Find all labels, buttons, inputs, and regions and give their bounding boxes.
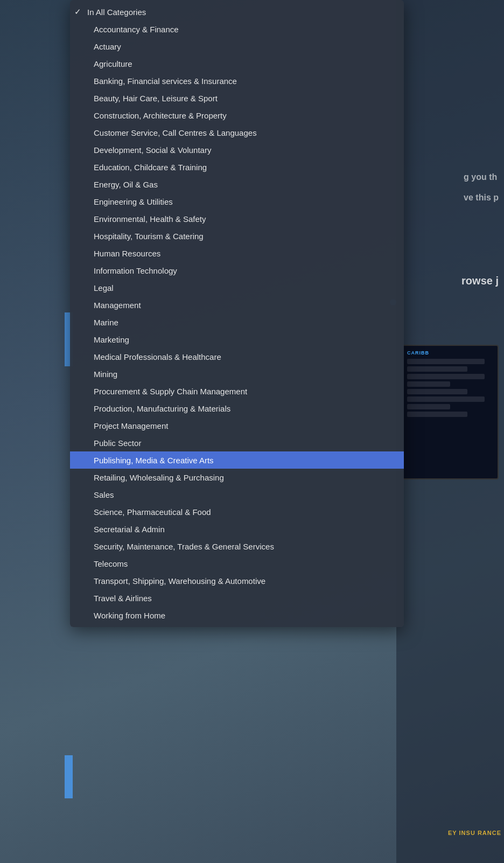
menu-item-public-sector[interactable]: Public Sector: [70, 434, 404, 451]
menu-item-label-development: Development, Social & Voluntary: [94, 145, 393, 155]
menu-item-label-working-from-home: Working from Home: [94, 611, 393, 620]
laptop-row-4: [407, 381, 450, 387]
menu-item-label-production: Production, Manufacturing & Materials: [94, 404, 393, 413]
menu-item-marine[interactable]: Marine: [70, 314, 404, 331]
menu-item-label-security: Security, Maintenance, Trades & General …: [94, 542, 393, 551]
checkmark-icon: ✓: [74, 7, 83, 17]
laptop-row-1: [407, 359, 485, 364]
menu-item-in-all-categories[interactable]: ✓In All Categories: [70, 3, 404, 20]
insurance-text: EY INSU RANCE: [448, 830, 501, 836]
menu-item-label-project-management: Project Management: [94, 421, 393, 430]
menu-item-label-human-resources: Human Resources: [94, 249, 393, 258]
menu-item-construction[interactable]: Construction, Architecture & Property: [70, 107, 404, 124]
menu-item-label-telecoms: Telecoms: [94, 559, 393, 568]
menu-item-label-actuary: Actuary: [94, 42, 393, 51]
menu-item-project-management[interactable]: Project Management: [70, 417, 404, 434]
menu-item-hospitality[interactable]: Hospitality, Tourism & Catering: [70, 227, 404, 245]
menu-item-development[interactable]: Development, Social & Voluntary: [70, 141, 404, 158]
menu-item-label-customer-service: Customer Service, Call Centres & Languag…: [94, 128, 393, 137]
menu-item-label-management: Management: [94, 301, 393, 310]
menu-item-label-banking: Banking, Financial services & Insurance: [94, 76, 393, 86]
laptop-row-6: [407, 396, 485, 402]
menu-item-label-environmental: Environmental, Health & Safety: [94, 214, 393, 224]
laptop-brand: CARIBB: [407, 350, 493, 356]
menu-item-production[interactable]: Production, Manufacturing & Materials: [70, 400, 404, 417]
laptop-row-3: [407, 374, 485, 379]
menu-item-procurement[interactable]: Procurement & Supply Chain Management: [70, 382, 404, 400]
menu-item-information-technology[interactable]: Information Technology: [70, 262, 404, 279]
menu-item-agriculture[interactable]: Agriculture: [70, 55, 404, 72]
menu-item-label-retailing: Retailing, Wholesaling & Purchasing: [94, 473, 393, 482]
menu-item-security[interactable]: Security, Maintenance, Trades & General …: [70, 538, 404, 555]
menu-item-label-public-sector: Public Sector: [94, 439, 393, 448]
menu-item-label-accountancy-finance: Accountancy & Finance: [94, 25, 393, 34]
menu-item-management[interactable]: Management: [70, 296, 404, 314]
menu-item-legal[interactable]: Legal: [70, 279, 404, 296]
menu-item-sales[interactable]: Sales: [70, 486, 404, 503]
menu-item-environmental[interactable]: Environmental, Health & Safety: [70, 210, 404, 227]
browse-text: rowse j: [461, 275, 499, 287]
menu-item-energy[interactable]: Energy, Oil & Gas: [70, 176, 404, 193]
menu-item-beauty[interactable]: Beauty, Hair Care, Leisure & Sport: [70, 89, 404, 107]
menu-item-label-medical: Medical Professionals & Healthcare: [94, 352, 393, 361]
menu-item-travel[interactable]: Travel & Airlines: [70, 589, 404, 607]
menu-item-label-legal: Legal: [94, 283, 393, 293]
menu-item-education[interactable]: Education, Childcare & Training: [70, 158, 404, 176]
laptop-row-7: [407, 404, 450, 409]
menu-item-label-mining: Mining: [94, 370, 393, 379]
menu-item-label-hospitality: Hospitality, Tourism & Catering: [94, 232, 393, 241]
menu-item-secretarial[interactable]: Secretarial & Admin: [70, 520, 404, 538]
menu-item-label-transport: Transport, Shipping, Warehousing & Autom…: [94, 576, 393, 586]
menu-item-banking[interactable]: Banking, Financial services & Insurance: [70, 72, 404, 89]
menu-item-telecoms[interactable]: Telecoms: [70, 555, 404, 572]
menu-item-label-education: Education, Childcare & Training: [94, 163, 393, 172]
menu-item-mining[interactable]: Mining: [70, 365, 404, 382]
menu-item-accountancy-finance[interactable]: Accountancy & Finance: [70, 20, 404, 38]
menu-item-label-in-all-categories: In All Categories: [87, 8, 393, 17]
menu-item-human-resources[interactable]: Human Resources: [70, 245, 404, 262]
menu-item-label-secretarial: Secretarial & Admin: [94, 525, 393, 534]
menu-item-label-beauty: Beauty, Hair Care, Leisure & Sport: [94, 94, 393, 103]
menu-item-medical[interactable]: Medical Professionals & Healthcare: [70, 348, 404, 365]
menu-item-retailing[interactable]: Retailing, Wholesaling & Purchasing: [70, 469, 404, 486]
menu-item-label-marketing: Marketing: [94, 335, 393, 344]
laptop-row-2: [407, 366, 467, 372]
bg-text-right: g you th ve this p: [464, 172, 499, 203]
laptop-row-5: [407, 389, 467, 394]
menu-item-label-travel: Travel & Airlines: [94, 594, 393, 603]
menu-item-publishing[interactable]: Publishing, Media & Creative Arts: [70, 451, 404, 469]
menu-item-label-science: Science, Pharmaceutical & Food: [94, 507, 393, 517]
menu-item-label-agriculture: Agriculture: [94, 59, 393, 68]
menu-item-label-marine: Marine: [94, 318, 393, 327]
menu-item-transport[interactable]: Transport, Shipping, Warehousing & Autom…: [70, 572, 404, 589]
laptop-row-8: [407, 412, 467, 417]
menu-item-label-construction: Construction, Architecture & Property: [94, 111, 393, 120]
menu-item-marketing[interactable]: Marketing: [70, 331, 404, 348]
menu-item-label-engineering: Engineering & Utilities: [94, 197, 393, 206]
menu-item-label-energy: Energy, Oil & Gas: [94, 180, 393, 189]
menu-item-engineering[interactable]: Engineering & Utilities: [70, 193, 404, 210]
menu-item-science[interactable]: Science, Pharmaceutical & Food: [70, 503, 404, 520]
menu-item-label-procurement: Procurement & Supply Chain Management: [94, 387, 393, 396]
menu-item-label-information-technology: Information Technology: [94, 266, 393, 275]
menu-item-working-from-home[interactable]: Working from Home: [70, 607, 404, 624]
menu-item-label-sales: Sales: [94, 490, 393, 499]
laptop-screen: CARIBB: [402, 345, 499, 479]
menu-item-customer-service[interactable]: Customer Service, Call Centres & Languag…: [70, 124, 404, 141]
category-dropdown: ✓In All CategoriesAccountancy & FinanceA…: [70, 0, 404, 627]
menu-item-actuary[interactable]: Actuary: [70, 38, 404, 55]
menu-item-label-publishing: Publishing, Media & Creative Arts: [94, 456, 393, 465]
blue-bar-bottom: [65, 755, 73, 798]
